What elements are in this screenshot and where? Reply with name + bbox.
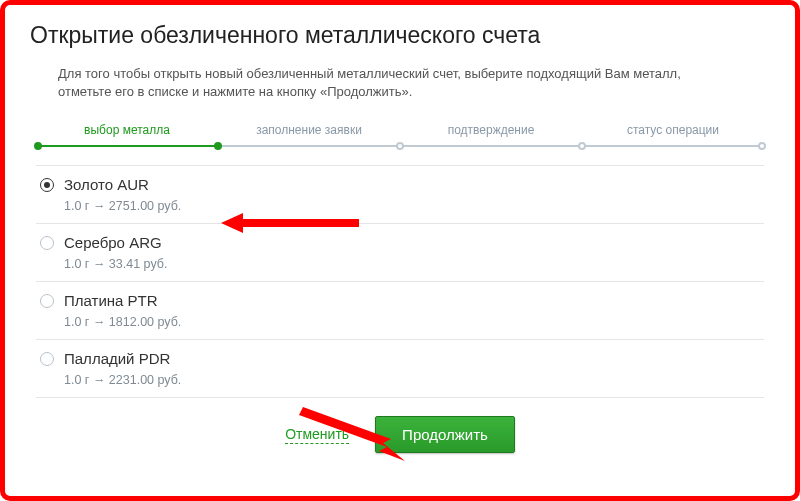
step-dot-icon bbox=[34, 142, 42, 150]
radio-icon[interactable] bbox=[40, 352, 54, 366]
cancel-button[interactable]: Отменить bbox=[285, 426, 349, 444]
step-dot-icon bbox=[214, 142, 222, 150]
page-description: Для того чтобы открыть новый обезличенны… bbox=[58, 65, 770, 101]
metal-name: Золото AUR bbox=[64, 176, 149, 193]
metal-rate: 1.0 г → 2231.00 руб. bbox=[64, 373, 764, 387]
progress-steps: выбор металла заполнение заявки подтверж… bbox=[36, 121, 764, 151]
metal-name: Серебро ARG bbox=[64, 234, 162, 251]
metal-option[interactable]: Золото AUR 1.0 г → 2751.00 руб. bbox=[36, 165, 764, 224]
step-dot-icon bbox=[578, 142, 586, 150]
metal-name: Платина PTR bbox=[64, 292, 158, 309]
radio-icon[interactable] bbox=[40, 178, 54, 192]
page-title: Открытие обезличенного металлического сч… bbox=[30, 22, 770, 49]
metal-option[interactable]: Серебро ARG 1.0 г → 33.41 руб. bbox=[36, 224, 764, 282]
continue-button[interactable]: Продолжить bbox=[375, 416, 515, 453]
metal-options-list: Золото AUR 1.0 г → 2751.00 руб. Серебро … bbox=[36, 165, 764, 398]
metal-rate: 1.0 г → 2751.00 руб. bbox=[64, 199, 764, 213]
metal-rate: 1.0 г → 33.41 руб. bbox=[64, 257, 764, 271]
step-dot-icon bbox=[758, 142, 766, 150]
radio-icon[interactable] bbox=[40, 236, 54, 250]
radio-icon[interactable] bbox=[40, 294, 54, 308]
form-actions: Отменить Продолжить bbox=[30, 416, 770, 453]
metal-option[interactable]: Платина PTR 1.0 г → 1812.00 руб. bbox=[36, 282, 764, 340]
metal-name: Палладий PDR bbox=[64, 350, 170, 367]
step-dot-icon bbox=[396, 142, 404, 150]
metal-option[interactable]: Палладий PDR 1.0 г → 2231.00 руб. bbox=[36, 340, 764, 398]
metal-rate: 1.0 г → 1812.00 руб. bbox=[64, 315, 764, 329]
